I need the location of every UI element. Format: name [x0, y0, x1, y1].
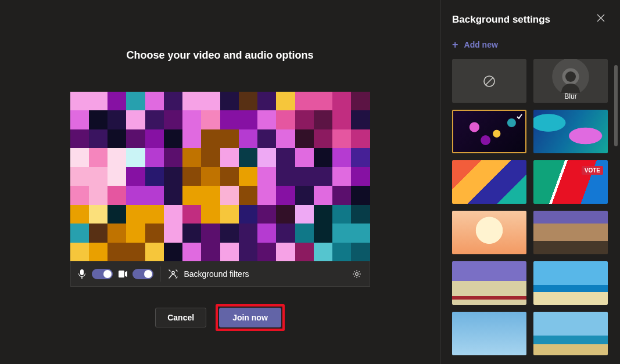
bg-tile-label: Blur	[533, 92, 608, 100]
svg-point-3	[565, 71, 576, 82]
add-new-label: Add new	[464, 40, 498, 49]
mic-toggle[interactable]	[92, 269, 113, 279]
add-new-button[interactable]: + Add new	[440, 39, 620, 59]
plus-icon: +	[452, 39, 458, 50]
svg-point-0	[171, 271, 174, 273]
bg-tile-room[interactable]	[533, 211, 608, 254]
bg-tile-beach[interactable]	[533, 261, 608, 305]
bg-tile-shelf[interactable]	[452, 261, 526, 305]
bg-tile-blur[interactable]: Blur	[533, 59, 608, 103]
device-settings-button[interactable]	[350, 267, 364, 281]
preview-wrapper: Background filters	[70, 92, 370, 287]
divider	[160, 266, 161, 282]
bg-tile-bokeh[interactable]	[452, 110, 526, 153]
bg-tile-resort[interactable]	[533, 312, 608, 355]
background-list: BlurVOTE	[440, 59, 620, 364]
vote-badge: VOTE	[582, 166, 603, 175]
background-filters-icon	[168, 269, 178, 279]
gear-icon	[352, 269, 361, 279]
camera-icon	[117, 269, 128, 279]
camera-toggle[interactable]	[132, 269, 153, 279]
bg-tile-vote[interactable]: VOTE	[533, 160, 608, 204]
bg-tile-sky[interactable]	[452, 312, 526, 355]
bg-tile-waves[interactable]	[533, 110, 608, 153]
video-preview	[70, 92, 370, 261]
scrollbar[interactable]	[614, 65, 618, 146]
bg-tile-none[interactable]	[452, 59, 526, 103]
prejoin-main: Choose your video and audio options	[0, 0, 440, 364]
background-filters-label: Background filters	[184, 269, 249, 279]
close-panel-button[interactable]	[597, 14, 608, 26]
bg-tile-hands[interactable]	[452, 160, 526, 204]
cancel-button[interactable]: Cancel	[155, 308, 206, 327]
background-settings-panel: Background settings + Add new BlurVOTE	[440, 0, 620, 364]
join-now-button[interactable]: Join now	[219, 308, 281, 327]
page-title: Choose your video and audio options	[126, 49, 313, 62]
check-icon	[516, 113, 523, 120]
controls-bar: Background filters	[70, 261, 370, 287]
svg-point-1	[355, 272, 358, 275]
background-filters-button[interactable]: Background filters	[168, 269, 249, 279]
none-icon	[483, 75, 496, 88]
mic-icon	[77, 269, 87, 279]
bg-tile-cake[interactable]	[452, 211, 526, 254]
panel-header: Background settings	[440, 0, 620, 39]
panel-title: Background settings	[452, 14, 550, 26]
action-buttons: Cancel Join now	[155, 304, 285, 331]
avatar-icon	[561, 70, 580, 93]
close-icon	[597, 14, 608, 22]
join-highlight: Join now	[216, 304, 285, 331]
